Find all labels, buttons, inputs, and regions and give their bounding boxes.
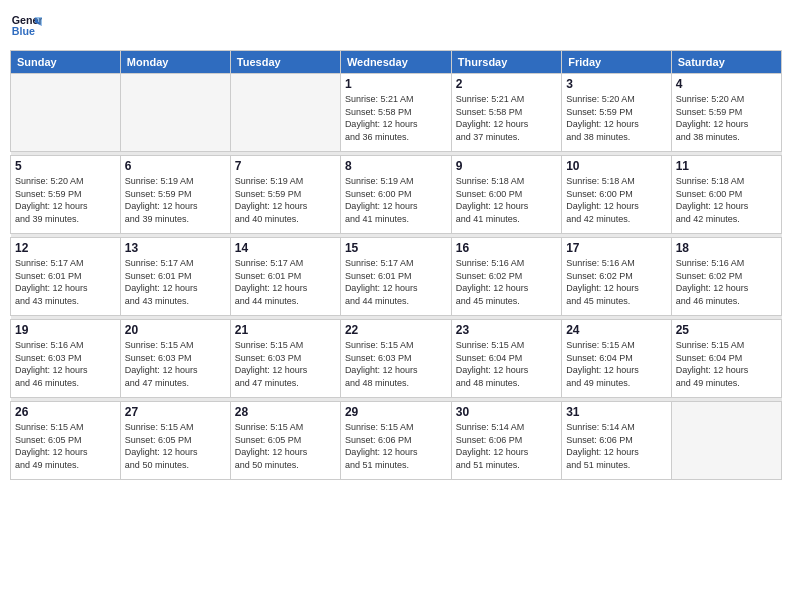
day-cell <box>11 74 121 152</box>
week-row-1: 1Sunrise: 5:21 AM Sunset: 5:58 PM Daylig… <box>11 74 782 152</box>
day-number: 25 <box>676 323 777 337</box>
day-cell: 14Sunrise: 5:17 AM Sunset: 6:01 PM Dayli… <box>230 238 340 316</box>
day-info: Sunrise: 5:15 AM Sunset: 6:06 PM Dayligh… <box>345 421 447 471</box>
header: General Blue <box>10 10 782 42</box>
day-cell: 31Sunrise: 5:14 AM Sunset: 6:06 PM Dayli… <box>562 402 672 480</box>
day-info: Sunrise: 5:15 AM Sunset: 6:05 PM Dayligh… <box>15 421 116 471</box>
day-info: Sunrise: 5:15 AM Sunset: 6:04 PM Dayligh… <box>676 339 777 389</box>
day-cell: 4Sunrise: 5:20 AM Sunset: 5:59 PM Daylig… <box>671 74 781 152</box>
day-info: Sunrise: 5:15 AM Sunset: 6:03 PM Dayligh… <box>125 339 226 389</box>
header-cell-wednesday: Wednesday <box>340 51 451 74</box>
day-number: 12 <box>15 241 116 255</box>
day-info: Sunrise: 5:18 AM Sunset: 6:00 PM Dayligh… <box>676 175 777 225</box>
day-cell: 21Sunrise: 5:15 AM Sunset: 6:03 PM Dayli… <box>230 320 340 398</box>
day-cell: 18Sunrise: 5:16 AM Sunset: 6:02 PM Dayli… <box>671 238 781 316</box>
day-number: 17 <box>566 241 667 255</box>
day-cell: 11Sunrise: 5:18 AM Sunset: 6:00 PM Dayli… <box>671 156 781 234</box>
day-cell: 15Sunrise: 5:17 AM Sunset: 6:01 PM Dayli… <box>340 238 451 316</box>
day-number: 5 <box>15 159 116 173</box>
day-number: 20 <box>125 323 226 337</box>
day-info: Sunrise: 5:16 AM Sunset: 6:02 PM Dayligh… <box>566 257 667 307</box>
week-row-3: 12Sunrise: 5:17 AM Sunset: 6:01 PM Dayli… <box>11 238 782 316</box>
day-number: 1 <box>345 77 447 91</box>
day-number: 24 <box>566 323 667 337</box>
day-number: 30 <box>456 405 557 419</box>
day-cell: 26Sunrise: 5:15 AM Sunset: 6:05 PM Dayli… <box>11 402 121 480</box>
day-info: Sunrise: 5:19 AM Sunset: 6:00 PM Dayligh… <box>345 175 447 225</box>
day-number: 9 <box>456 159 557 173</box>
day-cell: 27Sunrise: 5:15 AM Sunset: 6:05 PM Dayli… <box>120 402 230 480</box>
day-cell <box>230 74 340 152</box>
day-number: 16 <box>456 241 557 255</box>
day-info: Sunrise: 5:15 AM Sunset: 6:05 PM Dayligh… <box>235 421 336 471</box>
day-info: Sunrise: 5:16 AM Sunset: 6:02 PM Dayligh… <box>676 257 777 307</box>
day-number: 10 <box>566 159 667 173</box>
day-number: 4 <box>676 77 777 91</box>
day-number: 2 <box>456 77 557 91</box>
day-cell: 25Sunrise: 5:15 AM Sunset: 6:04 PM Dayli… <box>671 320 781 398</box>
day-info: Sunrise: 5:21 AM Sunset: 5:58 PM Dayligh… <box>345 93 447 143</box>
day-number: 3 <box>566 77 667 91</box>
day-info: Sunrise: 5:14 AM Sunset: 6:06 PM Dayligh… <box>566 421 667 471</box>
day-cell: 28Sunrise: 5:15 AM Sunset: 6:05 PM Dayli… <box>230 402 340 480</box>
day-cell: 22Sunrise: 5:15 AM Sunset: 6:03 PM Dayli… <box>340 320 451 398</box>
day-number: 13 <box>125 241 226 255</box>
day-number: 29 <box>345 405 447 419</box>
day-info: Sunrise: 5:19 AM Sunset: 5:59 PM Dayligh… <box>235 175 336 225</box>
day-info: Sunrise: 5:14 AM Sunset: 6:06 PM Dayligh… <box>456 421 557 471</box>
day-info: Sunrise: 5:18 AM Sunset: 6:00 PM Dayligh… <box>456 175 557 225</box>
day-cell: 17Sunrise: 5:16 AM Sunset: 6:02 PM Dayli… <box>562 238 672 316</box>
day-number: 23 <box>456 323 557 337</box>
day-cell: 6Sunrise: 5:19 AM Sunset: 5:59 PM Daylig… <box>120 156 230 234</box>
header-cell-sunday: Sunday <box>11 51 121 74</box>
day-info: Sunrise: 5:16 AM Sunset: 6:02 PM Dayligh… <box>456 257 557 307</box>
day-number: 28 <box>235 405 336 419</box>
day-cell: 23Sunrise: 5:15 AM Sunset: 6:04 PM Dayli… <box>451 320 561 398</box>
day-info: Sunrise: 5:15 AM Sunset: 6:05 PM Dayligh… <box>125 421 226 471</box>
day-cell: 10Sunrise: 5:18 AM Sunset: 6:00 PM Dayli… <box>562 156 672 234</box>
logo-icon: General Blue <box>10 10 42 42</box>
header-cell-tuesday: Tuesday <box>230 51 340 74</box>
day-cell: 29Sunrise: 5:15 AM Sunset: 6:06 PM Dayli… <box>340 402 451 480</box>
day-number: 22 <box>345 323 447 337</box>
day-info: Sunrise: 5:20 AM Sunset: 5:59 PM Dayligh… <box>676 93 777 143</box>
day-info: Sunrise: 5:15 AM Sunset: 6:03 PM Dayligh… <box>345 339 447 389</box>
day-cell <box>120 74 230 152</box>
day-cell: 16Sunrise: 5:16 AM Sunset: 6:02 PM Dayli… <box>451 238 561 316</box>
day-cell: 30Sunrise: 5:14 AM Sunset: 6:06 PM Dayli… <box>451 402 561 480</box>
header-cell-saturday: Saturday <box>671 51 781 74</box>
day-info: Sunrise: 5:17 AM Sunset: 6:01 PM Dayligh… <box>345 257 447 307</box>
day-number: 31 <box>566 405 667 419</box>
day-number: 7 <box>235 159 336 173</box>
header-row: SundayMondayTuesdayWednesdayThursdayFrid… <box>11 51 782 74</box>
day-cell <box>671 402 781 480</box>
day-info: Sunrise: 5:17 AM Sunset: 6:01 PM Dayligh… <box>125 257 226 307</box>
day-number: 14 <box>235 241 336 255</box>
day-number: 11 <box>676 159 777 173</box>
week-row-2: 5Sunrise: 5:20 AM Sunset: 5:59 PM Daylig… <box>11 156 782 234</box>
day-cell: 9Sunrise: 5:18 AM Sunset: 6:00 PM Daylig… <box>451 156 561 234</box>
day-number: 8 <box>345 159 447 173</box>
day-cell: 3Sunrise: 5:20 AM Sunset: 5:59 PM Daylig… <box>562 74 672 152</box>
calendar-table: SundayMondayTuesdayWednesdayThursdayFrid… <box>10 50 782 480</box>
day-cell: 19Sunrise: 5:16 AM Sunset: 6:03 PM Dayli… <box>11 320 121 398</box>
day-cell: 2Sunrise: 5:21 AM Sunset: 5:58 PM Daylig… <box>451 74 561 152</box>
day-info: Sunrise: 5:15 AM Sunset: 6:03 PM Dayligh… <box>235 339 336 389</box>
day-info: Sunrise: 5:19 AM Sunset: 5:59 PM Dayligh… <box>125 175 226 225</box>
calendar-body: 1Sunrise: 5:21 AM Sunset: 5:58 PM Daylig… <box>11 74 782 480</box>
day-info: Sunrise: 5:18 AM Sunset: 6:00 PM Dayligh… <box>566 175 667 225</box>
week-row-4: 19Sunrise: 5:16 AM Sunset: 6:03 PM Dayli… <box>11 320 782 398</box>
day-cell: 24Sunrise: 5:15 AM Sunset: 6:04 PM Dayli… <box>562 320 672 398</box>
svg-text:Blue: Blue <box>12 25 35 37</box>
day-number: 21 <box>235 323 336 337</box>
day-cell: 7Sunrise: 5:19 AM Sunset: 5:59 PM Daylig… <box>230 156 340 234</box>
day-info: Sunrise: 5:16 AM Sunset: 6:03 PM Dayligh… <box>15 339 116 389</box>
header-cell-thursday: Thursday <box>451 51 561 74</box>
day-cell: 1Sunrise: 5:21 AM Sunset: 5:58 PM Daylig… <box>340 74 451 152</box>
day-cell: 20Sunrise: 5:15 AM Sunset: 6:03 PM Dayli… <box>120 320 230 398</box>
day-number: 27 <box>125 405 226 419</box>
week-row-5: 26Sunrise: 5:15 AM Sunset: 6:05 PM Dayli… <box>11 402 782 480</box>
logo: General Blue <box>10 10 42 42</box>
day-cell: 8Sunrise: 5:19 AM Sunset: 6:00 PM Daylig… <box>340 156 451 234</box>
day-number: 6 <box>125 159 226 173</box>
